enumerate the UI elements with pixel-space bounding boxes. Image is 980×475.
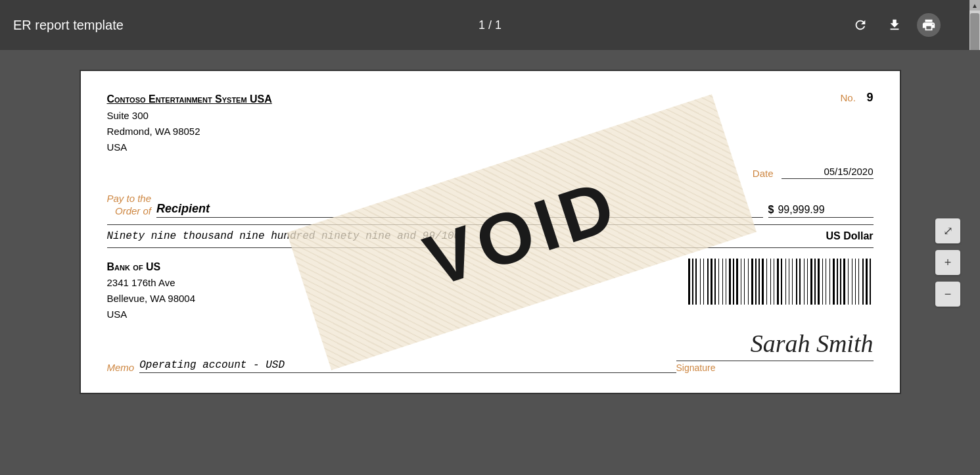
page-info: 1 / 1 xyxy=(478,18,502,32)
company-info: Contoso Entertainment System USA Suite 3… xyxy=(107,91,272,155)
bank-name: Bank of US xyxy=(107,259,196,276)
zoom-out-icon: − xyxy=(945,288,952,301)
payto-label: Pay to the Order of xyxy=(107,192,152,218)
amount-value: 99,999.99 xyxy=(778,204,824,216)
fit-icon: ⤢ xyxy=(943,224,953,238)
fit-page-button[interactable]: ⤢ xyxy=(935,218,960,243)
check-number-label: No. xyxy=(840,92,855,103)
bank-address3: USA xyxy=(107,307,196,322)
bank-address1: 2341 176th Ave xyxy=(107,275,196,291)
date-value: 05/15/2020 xyxy=(782,166,874,179)
company-name: Contoso Entertainment System USA xyxy=(107,91,272,108)
content-area: ⤢ + − VOID Contoso Entertainment System … xyxy=(0,50,980,475)
bank-info: Bank of US 2341 176th Ave Bellevue, WA 9… xyxy=(107,259,196,323)
download-icon xyxy=(887,18,902,32)
address-line2: Redmond, WA 98052 xyxy=(107,124,272,139)
bank-section: Bank of US 2341 176th Ave Bellevue, WA 9… xyxy=(107,259,874,323)
print-button[interactable] xyxy=(917,13,941,37)
date-label: Date xyxy=(753,168,774,179)
currency-label: US Dollar xyxy=(826,230,873,242)
payto-row: Pay to the Order of Recipient $ 99,999.9… xyxy=(107,192,874,218)
zoom-out-button[interactable]: − xyxy=(935,282,960,307)
address-line1: Suite 300 xyxy=(107,108,272,124)
memo-sig-row: Memo Operating account - USD Sarah Smith… xyxy=(107,329,874,373)
signature-label: Signature xyxy=(676,362,716,373)
print-icon xyxy=(922,18,936,32)
amount-box: $ 99,999.99 xyxy=(768,204,874,218)
dollar-sign: $ xyxy=(768,204,774,216)
memo-label: Memo xyxy=(107,362,135,373)
scroll-up-arrow[interactable]: ▲ xyxy=(969,0,980,11)
memo-section: Memo Operating account - USD xyxy=(107,359,676,373)
written-amount: Ninety nine thousand nine hundred ninety… xyxy=(107,230,461,242)
signature-name: Sarah Smith xyxy=(751,329,874,358)
barcode xyxy=(686,259,874,305)
check-document: VOID Contoso Entertainment System USA Su… xyxy=(80,70,901,394)
download-button[interactable] xyxy=(883,13,906,37)
check-header: Contoso Entertainment System USA Suite 3… xyxy=(107,91,874,155)
barcode-section xyxy=(686,259,874,305)
written-amount-row: Ninety nine thousand nine hundred ninety… xyxy=(107,224,874,248)
toolbar: ER report template 1 / 1 xyxy=(0,0,980,50)
zoom-controls: ⤢ + − xyxy=(935,218,960,307)
signature-section: Sarah Smith Signature xyxy=(676,329,874,373)
check-number-section: No. 9 xyxy=(840,91,873,155)
recipient: Recipient xyxy=(156,202,762,218)
document-title: ER report template xyxy=(13,18,124,33)
payto-label-line1: Pay to the xyxy=(107,192,152,205)
memo-value: Operating account - USD xyxy=(139,359,676,373)
refresh-icon xyxy=(853,18,868,32)
address-line3: USA xyxy=(107,139,272,155)
zoom-in-button[interactable]: + xyxy=(935,250,960,275)
toolbar-actions xyxy=(849,13,941,37)
date-row: Date 05/15/2020 xyxy=(107,166,874,179)
zoom-in-icon: + xyxy=(945,256,952,270)
signature-line xyxy=(676,361,874,361)
refresh-button[interactable] xyxy=(849,13,872,37)
check-number-value: 9 xyxy=(866,91,873,104)
payto-label-line2: Order of xyxy=(107,205,152,218)
bank-address2: Bellevue, WA 98004 xyxy=(107,291,196,307)
